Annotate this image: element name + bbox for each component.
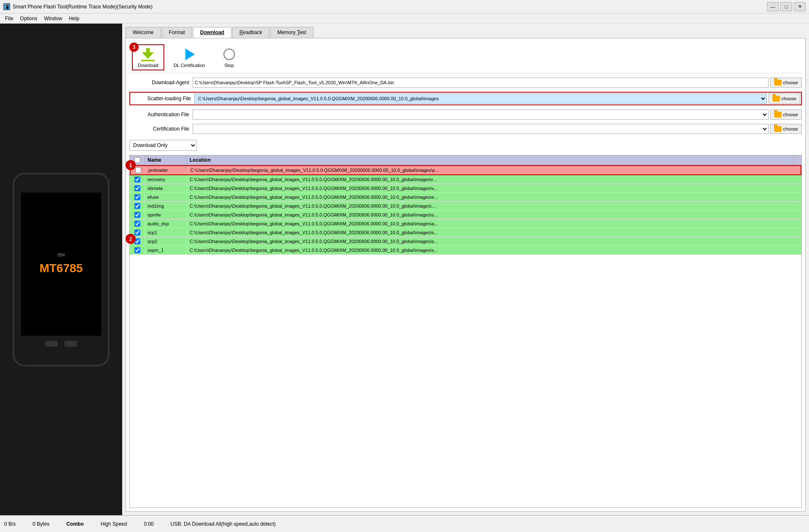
download-agent-input[interactable] — [193, 78, 769, 88]
status-bar: 0 B/s 0 Bytes Combo High Speed 0:00 USB:… — [0, 515, 809, 532]
checkbox-2[interactable] — [134, 185, 140, 191]
table-row: scp1 C:\Users\Dhananjay\Desktop\begonia_… — [130, 228, 801, 237]
row-location-9: C:\Users\Dhananjay\Desktop\begonia_globa… — [187, 246, 801, 254]
status-speed: 0 B/s — [4, 521, 16, 527]
folder-icon-1 — [774, 80, 782, 86]
stop-icon — [222, 47, 237, 62]
badge-1: 1 — [126, 160, 136, 170]
checkbox-7[interactable] — [134, 230, 140, 235]
checkbox-5[interactable] — [134, 212, 140, 218]
row-checkbox-4 — [130, 202, 145, 210]
choose-label-1: choose — [783, 80, 798, 85]
checkbox-6[interactable] — [134, 221, 140, 227]
phone-home-btn — [45, 341, 58, 347]
cert-file-select[interactable] — [193, 124, 769, 134]
status-time: 0:00 — [144, 521, 153, 527]
dl-cert-label: DL Certification — [174, 63, 205, 68]
maximize-button[interactable]: □ — [780, 2, 792, 11]
status-bytes: 0 Bytes — [32, 521, 49, 527]
row-name-3: efuse — [145, 193, 187, 201]
table-row: vbmeta C:\Users\Dhananjay\Desktop\begoni… — [130, 184, 801, 193]
window-controls: — □ ✕ — [767, 2, 806, 11]
download-agent-label: Download-Agent — [129, 80, 193, 86]
close-button[interactable]: ✕ — [794, 2, 806, 11]
right-panel: Welcome Format Download Readback Memory … — [122, 24, 809, 515]
row-name-7: scp1 — [145, 229, 187, 236]
cert-file-label: Certification File — [129, 126, 193, 132]
choose-label-2: choose — [782, 96, 796, 101]
checkbox-9[interactable] — [134, 247, 140, 253]
row-location-6: C:\Users\Dhananjay\Desktop\begonia_globa… — [187, 220, 801, 227]
tab-download[interactable]: Download — [193, 27, 231, 38]
table-row: md1img C:\Users\Dhananjay\Desktop\begoni… — [130, 202, 801, 211]
table-row: spmfw C:\Users\Dhananjay\Desktop\begonia… — [130, 211, 801, 219]
phone-brand: IBM — [57, 253, 65, 257]
status-usb: USB: DA Download All(high speed,auto det… — [171, 521, 276, 527]
stop-button[interactable]: Stop — [214, 44, 244, 70]
download-agent-choose-btn[interactable]: choose — [770, 78, 802, 88]
row-checkbox-6 — [130, 219, 145, 228]
dl-cert-button[interactable]: DL Certification — [168, 44, 211, 70]
row-checkbox-3 — [130, 193, 145, 201]
row-location-2: C:\Users\Dhananjay\Desktop\begonia_globa… — [187, 184, 801, 192]
header-checkbox[interactable] — [134, 157, 140, 163]
app-icon: 📱 — [3, 3, 10, 10]
phone-screen: IBM MT6785 — [21, 192, 101, 336]
content-area: Download 3 DL Certification Stop — [126, 38, 806, 512]
badge-2: 2 — [126, 234, 136, 244]
auth-file-select[interactable] — [193, 110, 769, 120]
row-name-0: preloader — [146, 166, 188, 174]
menu-options[interactable]: Options — [16, 15, 40, 22]
phone-bottom-bar — [45, 341, 77, 347]
tab-bar: Welcome Format Download Readback Memory … — [126, 27, 806, 38]
cert-file-choose-btn[interactable]: choose — [770, 124, 802, 134]
checkbox-0[interactable] — [135, 167, 141, 173]
table-body: preloader C:\Users\Dhananjay\Desktop\beg… — [130, 165, 801, 508]
download-mode-select[interactable]: Download Only — [129, 140, 197, 151]
dl-cert-icon — [182, 47, 197, 62]
checkbox-1[interactable] — [134, 176, 140, 182]
menu-help[interactable]: Help — [65, 15, 83, 22]
svg-text:📱: 📱 — [5, 4, 10, 10]
table-row: sspm_1 C:\Users\Dhananjay\Desktop\begoni… — [130, 246, 801, 255]
checkbox-4[interactable] — [134, 203, 140, 209]
download-mode-section: Download Only — [129, 140, 802, 151]
window-title: Smart Phone Flash Tool(Runtime Trace Mod… — [13, 4, 767, 10]
scatter-file-select[interactable]: C:\Users\Dhananjay\Desktop\begonia_globa… — [194, 94, 767, 104]
tab-readback[interactable]: Readback — [232, 27, 269, 38]
tab-format[interactable]: Format — [162, 27, 192, 38]
row-location-0: C:\Users\Dhananjay\Desktop\begonia_globa… — [188, 166, 801, 174]
tab-welcome[interactable]: Welcome — [126, 27, 161, 38]
menu-file[interactable]: File — [2, 15, 16, 22]
badge-3: 3 — [129, 43, 139, 52]
download-agent-input-wrap: choose — [193, 78, 802, 88]
scatter-file-input-wrap: C:\Users\Dhananjay\Desktop\begonia_globa… — [194, 94, 800, 104]
choose-label-4: choose — [783, 126, 798, 131]
menu-window[interactable]: Window — [41, 15, 66, 22]
checkbox-3[interactable] — [134, 194, 140, 200]
minimize-button[interactable]: — — [767, 2, 779, 11]
table-row: recovery C:\Users\Dhananjay\Desktop\bego… — [130, 175, 801, 184]
status-speed2: High Speed — [101, 521, 127, 527]
scatter-file-row: Scatter-loading File C:\Users\Dhananjay\… — [129, 92, 802, 105]
download-label: Download — [138, 63, 158, 68]
row-location-8: C:\Users\Dhananjay\Desktop\begonia_globa… — [187, 238, 801, 245]
phone-model: MT6785 — [40, 262, 83, 275]
row-name-9: sspm_1 — [145, 246, 187, 254]
folder-icon-4 — [774, 126, 782, 132]
cert-file-input-wrap: choose — [193, 124, 802, 134]
row-name-1: recovery — [145, 176, 187, 183]
phone-back-btn — [64, 341, 77, 347]
download-icon — [140, 47, 155, 62]
tab-memory-test[interactable]: Memory Test — [270, 27, 313, 38]
row-checkbox-2 — [130, 184, 145, 192]
row-location-3: C:\Users\Dhananjay\Desktop\begonia_globa… — [187, 193, 801, 201]
phone-device: IBM MT6785 — [13, 173, 110, 366]
row-checkbox-5 — [130, 211, 145, 219]
stop-label: Stop — [224, 63, 234, 68]
scatter-file-choose-btn[interactable]: choose — [769, 94, 800, 104]
auth-file-choose-btn[interactable]: choose — [770, 110, 802, 120]
main-content: IBM MT6785 1 2 Welcome Format Download R… — [0, 24, 809, 515]
th-location: Location — [187, 155, 794, 165]
auth-file-label: Authentication File — [129, 112, 193, 118]
